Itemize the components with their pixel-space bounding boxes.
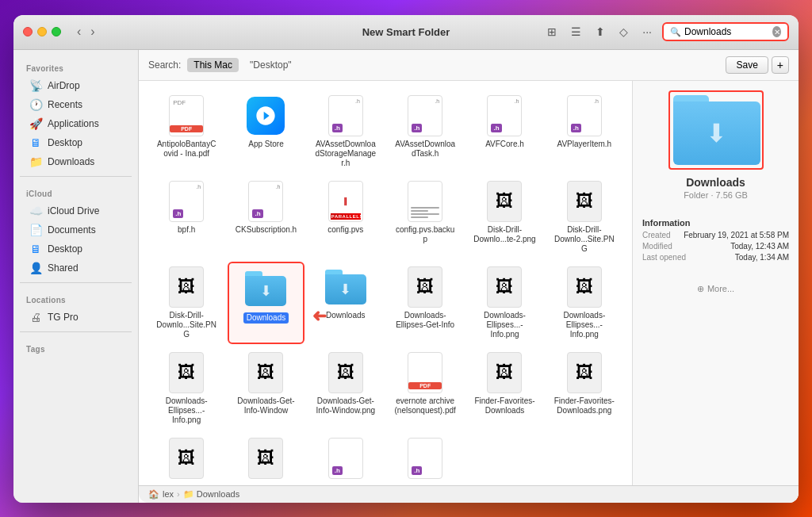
maximize-button[interactable] xyxy=(52,27,61,36)
sidebar-item-tg-pro[interactable]: 🖨 TG Pro xyxy=(17,308,135,327)
file-name-appstore: App Store xyxy=(248,140,283,149)
documents-icon: 📄 xyxy=(29,224,42,236)
file-name-ck: CKSubscription.h xyxy=(236,225,297,235)
locations-section-title: Locations xyxy=(13,288,138,308)
minimize-button[interactable] xyxy=(37,27,47,36)
file-item-header3[interactable]: .h .h AVFCore.h xyxy=(466,90,542,173)
sidebar-label-documents: Documents xyxy=(48,224,96,236)
file-item-extra1[interactable]: 🖼 xyxy=(148,433,224,485)
sidebar-item-documents[interactable]: 📄 Documents xyxy=(17,220,135,239)
extra3-icon: .h xyxy=(325,438,366,479)
detail-value-last-opened: Today, 1:34 AM xyxy=(692,253,789,262)
sidebar-item-shared[interactable]: 👤 Shared xyxy=(17,258,135,278)
detail-value-created: February 19, 2021 at 5:58 PM xyxy=(677,231,789,239)
dd2-icon: 🖼 xyxy=(484,181,525,222)
detail-folder-preview: ⬇ xyxy=(668,90,764,170)
file-item-header2[interactable]: .h .h AVAssetDownloadTask.h xyxy=(387,90,463,173)
file-item-appstore[interactable]: App Store xyxy=(228,90,304,173)
file-item-finder-favpng[interactable]: 🖼 Finder-Favorites-Downloads.png xyxy=(546,347,622,430)
tags-section-title: Tags xyxy=(13,337,138,357)
sidebar-item-downloads[interactable]: 📁 Downloads xyxy=(17,152,135,171)
view-grid-button[interactable]: ⊞ xyxy=(543,23,561,40)
tag-button[interactable]: ◇ xyxy=(615,23,632,40)
status-path-lex: lex xyxy=(163,489,174,499)
search-box[interactable]: 🔍 ✕ xyxy=(662,22,789,41)
sidebar-item-applications[interactable]: 🚀 Applications xyxy=(17,114,135,133)
view-list-button[interactable]: ☰ xyxy=(567,23,585,40)
file-item-pvs[interactable]: ∥ PARALLELS config.pvs xyxy=(308,176,384,258)
file-item-ck[interactable]: .h .h CKSubscription.h xyxy=(228,176,304,258)
close-button[interactable] xyxy=(23,27,33,36)
file-item-extra3[interactable]: .h xyxy=(308,433,384,485)
file-item-header1[interactable]: .h .h AVAssetDownloadStorageManager.h xyxy=(308,90,384,173)
detail-panel: ⬇ Downloads Folder · 7.56 GB Information… xyxy=(632,81,799,485)
file-grid: PDF PDF AntipoloBantayCovid - Ina.pdf xyxy=(139,81,632,485)
file-item-downloads-selected[interactable]: ⬇ Downloads ➜ xyxy=(228,262,304,344)
dl-ellipses-infopng-img: 🖼 xyxy=(487,266,522,308)
file-item-ddsite2[interactable]: 🖼 Disk-Drill-Downlo...Site.PNG xyxy=(148,262,224,344)
dd2-img-icon: 🖼 xyxy=(487,181,522,222)
file-name-header3: AVFCore.h xyxy=(485,140,524,149)
file-name-pvs: config.pvs xyxy=(327,225,363,235)
shared-icon: 👤 xyxy=(29,262,42,274)
sidebar-item-desktop[interactable]: 🖥 Desktop xyxy=(17,133,135,152)
file-item-downloads2[interactable]: ⬇ Downloads xyxy=(308,262,384,344)
scope-this-mac[interactable]: This Mac xyxy=(187,58,239,72)
file-item-dl-ellipses-info2[interactable]: 🖼 Downloads-Ellipses...-Info.png xyxy=(546,262,622,344)
big-folder-arrow: ⬇ xyxy=(706,118,727,148)
forward-button[interactable]: › xyxy=(87,23,98,40)
file-item-bpf[interactable]: .h .h bpf.h xyxy=(148,176,224,258)
scope-desktop[interactable]: "Desktop" xyxy=(245,58,297,72)
file-item-ddsite[interactable]: 🖼 Disk-Drill-Downlo...Site.PNG xyxy=(546,176,622,258)
file-item-dl-ellipses-infopng[interactable]: 🖼 Downloads-Ellipses...-Info.png xyxy=(466,262,542,344)
sidebar-item-recents[interactable]: 🕐 Recents xyxy=(17,95,135,114)
file-name-ddsite2: Disk-Drill-Downlo...Site.PNG xyxy=(155,311,218,339)
file-item-dd2[interactable]: 🖼 Disk-Drill-Downlo...te-2.png xyxy=(466,176,542,258)
big-folder-body: ⬇ xyxy=(673,101,760,165)
detail-title: Downloads xyxy=(686,176,745,189)
detail-row-last-opened: Last opened Today, 1:34 AM xyxy=(642,253,789,262)
sidebar-label-recents: Recents xyxy=(48,99,82,110)
back-button[interactable]: ‹ xyxy=(74,23,84,40)
extra4-icon: .h xyxy=(404,438,446,479)
file-name-bpf: bpf.h xyxy=(178,225,195,235)
traffic-lights xyxy=(23,27,61,36)
sidebar-item-airdrop[interactable]: 📡 AirDrop xyxy=(17,76,135,95)
file-item-dl-getinfo-win[interactable]: 🖼 Downloads-Get-Info-Window xyxy=(228,347,304,430)
file-item-pvs-backup[interactable]: config.pvs.backup xyxy=(387,176,463,258)
status-path-downloads: 📁 Downloads xyxy=(183,489,239,500)
more-icon: ⊕ xyxy=(697,284,704,294)
downloads-icon: 📁 xyxy=(29,155,42,168)
file-item-pdf[interactable]: PDF PDF AntipoloBantayCovid - Ina.pdf xyxy=(148,90,224,173)
file-item-header4[interactable]: .h .h AVPlayerItem.h xyxy=(546,90,622,173)
evernote-icon: PDF xyxy=(404,352,446,393)
dl-ellipses-info2-icon: 🖼 xyxy=(564,266,605,308)
file-item-finder-fav[interactable]: 🖼 Finder-Favorites-Downloads xyxy=(466,347,542,430)
sidebar-item-icloud-desktop[interactable]: 🖥 Desktop xyxy=(17,239,135,258)
sidebar-label-shared: Shared xyxy=(48,262,79,274)
file-item-dl-getinfo-winpng[interactable]: 🖼 Downloads-Get-Info-Window.png xyxy=(308,347,384,430)
sidebar-item-icloud-drive[interactable]: ☁️ iCloud Drive xyxy=(17,201,135,220)
file-name-finder-favpng: Finder-Favorites-Downloads.png xyxy=(553,396,616,416)
dl-ellipses-info2-img: 🖼 xyxy=(567,266,602,308)
more-button[interactable]: ··· xyxy=(638,23,656,40)
file-item-extra4[interactable]: .h xyxy=(387,433,463,485)
search-label: Search: xyxy=(148,59,181,71)
file-item-evernote[interactable]: PDF evernote archive (nelsonquest).pdf xyxy=(387,347,463,430)
file-item-dl-ellipses-info[interactable]: 🖼 Downloads-Ellipses-Get-Info xyxy=(387,262,463,344)
detail-value-modified: Today, 12:43 AM xyxy=(679,242,789,251)
finder-window: ‹ › New Smart Folder ⊞ ☰ ⬆ ◇ ··· 🔍 ✕ Fav… xyxy=(13,15,799,503)
sidebar-label-desktop: Desktop xyxy=(48,137,82,148)
save-button[interactable]: Save xyxy=(726,56,768,74)
dl-getinfo-win-icon: 🖼 xyxy=(245,352,286,393)
clear-search-button[interactable]: ✕ xyxy=(772,26,781,37)
file-item-dl-ellipses-info3[interactable]: 🖼 Downloads-Ellipses...-Info.png xyxy=(148,347,224,430)
add-button[interactable]: + xyxy=(772,56,789,74)
file-item-extra2[interactable]: 🖼 xyxy=(228,433,304,485)
ddsite-img-icon: 🖼 xyxy=(567,181,602,222)
search-input[interactable] xyxy=(684,26,769,37)
extra1-icon: 🖼 xyxy=(166,438,207,479)
more-button[interactable]: ⊕ More... xyxy=(697,284,734,294)
share-button[interactable]: ⬆ xyxy=(592,23,609,40)
status-bar: 🏠 lex › 📁 Downloads xyxy=(139,485,799,503)
